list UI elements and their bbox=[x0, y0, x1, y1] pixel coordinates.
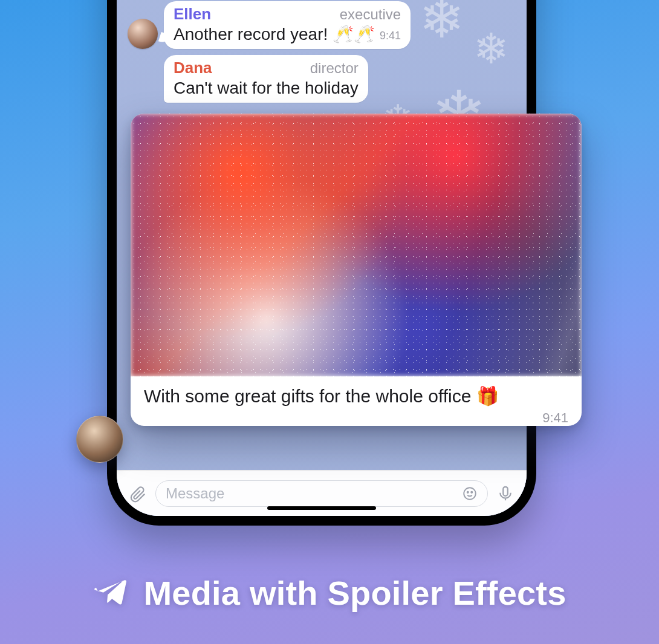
svg-point-0 bbox=[464, 488, 476, 500]
svg-point-1 bbox=[467, 491, 469, 492]
feature-title: Media with Spoiler Effects bbox=[143, 573, 566, 613]
message-row[interactable]: Ellen executive Another record year! 🥂🥂9… bbox=[128, 1, 516, 49]
sender-name: Ellen bbox=[174, 5, 211, 24]
attach-icon[interactable] bbox=[129, 485, 147, 503]
avatar[interactable] bbox=[128, 19, 158, 49]
telegram-icon bbox=[93, 573, 130, 613]
mic-icon[interactable] bbox=[496, 485, 515, 503]
feature-caption: Media with Spoiler Effects bbox=[0, 573, 659, 613]
svg-point-2 bbox=[471, 491, 472, 492]
message-input[interactable]: Message bbox=[155, 480, 488, 507]
sender-name: Dana bbox=[174, 59, 212, 77]
sender-role: executive bbox=[340, 6, 401, 23]
message-text: Another record year! 🥂🥂9:41 bbox=[174, 24, 401, 45]
media-caption-area: With some great gifts for the whole offi… bbox=[131, 376, 582, 419]
message-time: 9:41 bbox=[542, 410, 568, 426]
message-placeholder: Message bbox=[166, 485, 224, 502]
sticker-icon[interactable] bbox=[462, 486, 478, 501]
svg-rect-3 bbox=[503, 486, 508, 495]
media-preview-bubble[interactable]: With some great gifts for the whole offi… bbox=[131, 114, 582, 426]
media-caption: With some great gifts for the whole offi… bbox=[144, 386, 499, 406]
avatar[interactable] bbox=[76, 416, 123, 463]
spoiler-media[interactable] bbox=[131, 114, 582, 376]
message-text: Can't wait for the holiday bbox=[174, 77, 359, 99]
sender-role: director bbox=[310, 60, 359, 77]
message-row[interactable]: Dana director Can't wait for the holiday bbox=[164, 55, 516, 103]
message-bubble[interactable]: Dana director Can't wait for the holiday bbox=[164, 55, 368, 103]
message-bubble[interactable]: Ellen executive Another record year! 🥂🥂9… bbox=[164, 1, 411, 49]
home-indicator bbox=[267, 506, 376, 510]
message-time: 9:41 bbox=[380, 30, 401, 42]
